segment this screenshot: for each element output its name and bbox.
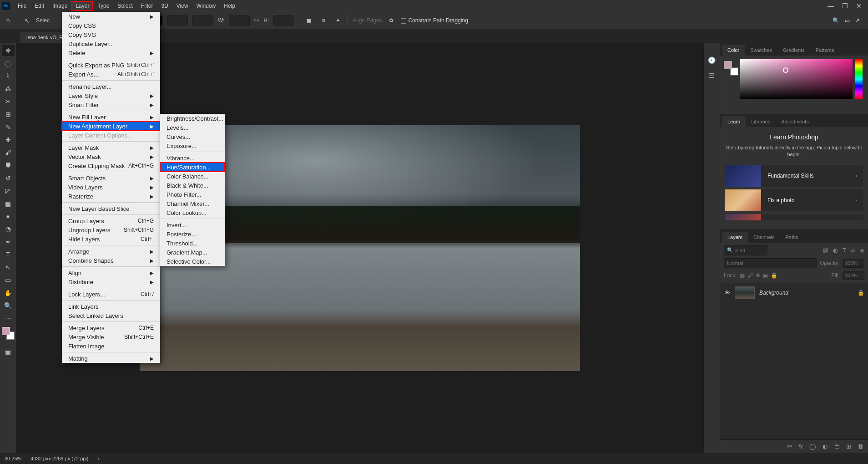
maximize-icon[interactable]: ❐ <box>842 2 848 10</box>
menu-item-quick-export-as-png[interactable]: Quick Export as PNGShift+Ctrl+' <box>62 61 160 70</box>
visibility-icon[interactable]: 👁 <box>724 289 730 296</box>
menu-item-gradient-map[interactable]: Gradient Map... <box>160 248 225 257</box>
menu-item-select-linked-layers[interactable]: Select Linked Layers <box>62 311 160 320</box>
workspace-icon[interactable]: ▭ <box>845 17 850 24</box>
menu-item-threshold[interactable]: Threshold... <box>160 239 225 248</box>
tab-libraries[interactable]: Libraries <box>746 116 776 127</box>
fg-bg-swatches[interactable] <box>2 327 15 340</box>
menu-item-levels[interactable]: Levels... <box>160 123 225 132</box>
menu-item-invert[interactable]: Invert... <box>160 220 225 229</box>
menu-item-curves[interactable]: Curves... <box>160 132 225 141</box>
menu-item-copy-css[interactable]: Copy CSS <box>62 21 160 30</box>
search-icon[interactable]: 🔍 <box>833 17 839 24</box>
new-layer-icon[interactable]: ⊞ <box>846 443 851 450</box>
menu-item-layer-style[interactable]: Layer Style▶ <box>62 91 160 100</box>
pen-tool[interactable]: ✒ <box>2 236 15 247</box>
menu-filter[interactable]: Filter <box>137 1 157 11</box>
menu-item-layer-mask[interactable]: Layer Mask▶ <box>62 143 160 152</box>
menu-item-duplicate-layer[interactable]: Duplicate Layer... <box>62 39 160 48</box>
learn-item-partial[interactable] <box>725 214 863 220</box>
menu-item-black-white[interactable]: Black & White... <box>160 181 225 190</box>
color-fg-bg[interactable] <box>724 61 736 73</box>
menu-item-new-layer-based-slice[interactable]: New Layer Based Slice <box>62 204 160 213</box>
eyedropper-tool[interactable]: ✎ <box>2 121 15 133</box>
fx-icon[interactable]: fx <box>798 443 803 450</box>
blend-mode-select[interactable]: Normal <box>724 258 817 268</box>
stroke-field[interactable] <box>167 15 188 25</box>
type-tool[interactable]: T <box>2 249 15 260</box>
tab-layers[interactable]: Layers <box>722 232 748 243</box>
status-chevron-icon[interactable]: › <box>98 456 100 461</box>
menu-item-copy-svg[interactable]: Copy SVG <box>62 30 160 39</box>
menu-item-merge-visible[interactable]: Merge VisibleShift+Ctrl+E <box>62 332 160 342</box>
tab-gradients[interactable]: Gradients <box>777 45 810 56</box>
menu-select[interactable]: Select <box>113 1 136 11</box>
zoom-tool[interactable]: 🔍 <box>2 300 15 311</box>
healing-tool[interactable]: ✚ <box>2 134 15 145</box>
edit-toolbar[interactable]: ⋯ <box>2 312 15 324</box>
filter-pixel-icon[interactable]: ▨ <box>823 247 828 254</box>
menu-item-distribute[interactable]: Distribute▶ <box>62 277 160 286</box>
move-tool[interactable]: ✥ <box>2 45 15 56</box>
menu-item-smart-filter[interactable]: Smart Filter▶ <box>62 100 160 109</box>
menu-item-hue-saturation[interactable]: Hue/Saturation... <box>160 163 225 172</box>
screen-mode-tool[interactable]: ▣ <box>2 346 15 357</box>
menu-item-group-layers[interactable]: Group LayersCtrl+G <box>62 216 160 225</box>
share-icon[interactable]: ↗ <box>855 17 860 24</box>
stamp-tool[interactable]: ⛊ <box>2 159 15 171</box>
close-icon[interactable]: ✕ <box>856 2 862 10</box>
menu-item-new-fill-layer[interactable]: New Fill Layer▶ <box>62 112 160 122</box>
menu-item-combine-shapes[interactable]: Combine Shapes▶ <box>62 256 160 265</box>
zoom-level[interactable]: 30.25% <box>5 456 21 461</box>
minimize-icon[interactable]: — <box>828 2 834 10</box>
menu-item-vector-mask[interactable]: Vector Mask▶ <box>62 152 160 161</box>
menu-item-create-clipping-mask[interactable]: Create Clipping MaskAlt+Ctrl+G <box>62 161 160 170</box>
eraser-tool[interactable]: ◸ <box>2 185 15 196</box>
mask-icon[interactable]: ◯ <box>809 443 816 450</box>
menu-item-ungroup-layers[interactable]: Ungroup LayersShift+Ctrl+G <box>62 225 160 235</box>
tab-color[interactable]: Color <box>722 45 745 56</box>
color-field[interactable] <box>740 59 853 99</box>
menu-item-hide-layers[interactable]: Hide LayersCtrl+, <box>62 235 160 244</box>
filter-shape-icon[interactable]: ▱ <box>851 247 855 254</box>
menu-image[interactable]: Image <box>48 1 71 11</box>
lock-pos-icon[interactable]: ✥ <box>756 272 760 279</box>
menu-3d[interactable]: 3D <box>157 1 172 11</box>
menu-item-link-layers[interactable]: Link Layers <box>62 302 160 311</box>
adjustment-icon[interactable]: ◐ <box>823 443 828 450</box>
opacity-field[interactable]: 100% <box>843 259 864 268</box>
path-ops-icon[interactable]: ◼ <box>304 15 314 25</box>
menu-window[interactable]: Window <box>192 1 220 11</box>
constrain-check[interactable]: Constrain Path Dragging <box>401 17 468 24</box>
tab-learn[interactable]: Learn <box>722 116 746 127</box>
menu-item-posterize[interactable]: Posterize... <box>160 229 225 239</box>
rectangle-tool[interactable]: ▭ <box>2 274 15 286</box>
tab-swatches[interactable]: Swatches <box>745 45 777 56</box>
menu-layer[interactable]: Layer <box>71 1 93 11</box>
layer-row-background[interactable]: 👁 Background 🔒 <box>720 285 868 301</box>
blur-tool[interactable]: ● <box>2 210 15 222</box>
dodge-tool[interactable]: ◔ <box>2 223 15 235</box>
menu-item-new-adjustment-layer[interactable]: New Adjustment Layer▶ <box>62 122 160 131</box>
history-brush-tool[interactable]: ↺ <box>2 172 15 184</box>
lock-paint-icon[interactable]: 🖌 <box>747 272 753 279</box>
menu-item-exposure[interactable]: Exposure... <box>160 141 225 150</box>
learn-item-fix[interactable]: Fix a photo › <box>725 189 863 211</box>
height-field[interactable] <box>273 15 294 25</box>
menu-item-channel-mixer[interactable]: Channel Mixer... <box>160 199 225 208</box>
lock-all-icon[interactable]: 🔒 <box>771 272 777 279</box>
menu-item-smart-objects[interactable]: Smart Objects▶ <box>62 173 160 183</box>
fill-field[interactable]: 100% <box>843 271 864 280</box>
home-icon[interactable]: ⌂ <box>3 16 13 25</box>
hue-slider[interactable] <box>855 59 863 99</box>
history-icon[interactable]: 🕘 <box>708 56 716 64</box>
menu-item-vibrance[interactable]: Vibrance... <box>160 153 225 163</box>
menu-item-lock-layers[interactable]: Lock Layers...Ctrl+/ <box>62 290 160 299</box>
menu-item-flatten-image[interactable]: Flatten Image <box>62 342 160 351</box>
brush-tool[interactable]: 🖌 <box>2 147 15 158</box>
align-icon[interactable]: ≡ <box>318 15 328 25</box>
stroke-style-field[interactable] <box>192 15 213 25</box>
gear-icon[interactable]: ✿ <box>386 15 396 25</box>
filter-adjust-icon[interactable]: ◐ <box>833 247 838 254</box>
menu-item-photo-filter[interactable]: Photo Filter... <box>160 190 225 199</box>
